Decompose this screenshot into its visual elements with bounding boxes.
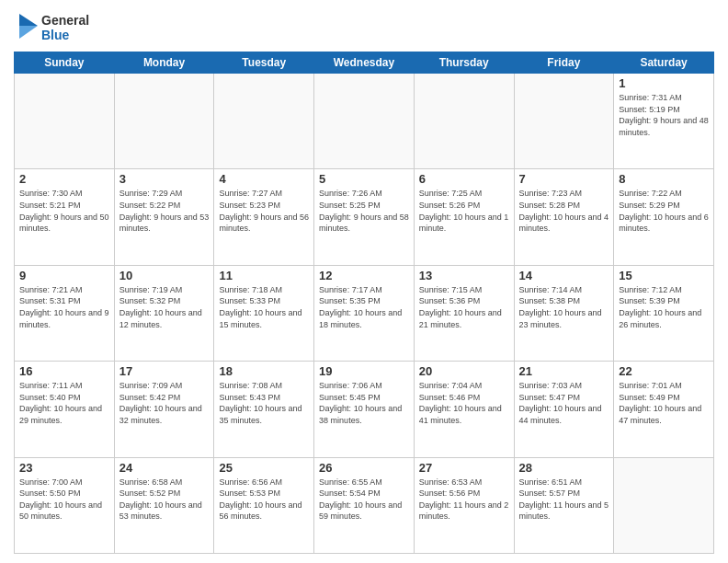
header: GeneralBlue bbox=[14, 9, 714, 46]
calendar-table: SundayMondayTuesdayWednesdayThursdayFrid… bbox=[14, 52, 714, 554]
day-info: Sunrise: 7:29 AM Sunset: 5:22 PM Dayligh… bbox=[119, 188, 210, 234]
day-info: Sunrise: 7:11 AM Sunset: 5:40 PM Dayligh… bbox=[19, 380, 109, 426]
day-number: 6 bbox=[419, 172, 509, 186]
calendar-cell: 28Sunrise: 6:51 AM Sunset: 5:57 PM Dayli… bbox=[514, 457, 614, 553]
day-info: Sunrise: 6:55 AM Sunset: 5:54 PM Dayligh… bbox=[319, 477, 409, 523]
calendar-cell: 2Sunrise: 7:30 AM Sunset: 5:21 PM Daylig… bbox=[15, 169, 115, 265]
day-info: Sunrise: 6:58 AM Sunset: 5:52 PM Dayligh… bbox=[119, 477, 210, 523]
calendar-cell bbox=[214, 74, 314, 169]
calendar-cell: 7Sunrise: 7:23 AM Sunset: 5:28 PM Daylig… bbox=[514, 169, 614, 265]
day-info: Sunrise: 7:21 AM Sunset: 5:31 PM Dayligh… bbox=[19, 284, 109, 330]
weekday-header-monday: Monday bbox=[114, 52, 214, 74]
calendar-cell: 26Sunrise: 6:55 AM Sunset: 5:54 PM Dayli… bbox=[314, 457, 415, 553]
weekday-header-saturday: Saturday bbox=[614, 52, 714, 74]
day-number: 20 bbox=[419, 364, 509, 378]
calendar-cell: 18Sunrise: 7:08 AM Sunset: 5:43 PM Dayli… bbox=[214, 362, 314, 457]
day-number: 18 bbox=[219, 364, 309, 378]
week-row-1: 1Sunrise: 7:31 AM Sunset: 5:19 PM Daylig… bbox=[15, 74, 714, 169]
calendar-cell: 12Sunrise: 7:17 AM Sunset: 5:35 PM Dayli… bbox=[314, 265, 415, 361]
calendar-cell: 5Sunrise: 7:26 AM Sunset: 5:25 PM Daylig… bbox=[314, 169, 415, 265]
day-number: 22 bbox=[619, 364, 709, 378]
day-info: Sunrise: 7:03 AM Sunset: 5:47 PM Dayligh… bbox=[519, 380, 609, 426]
day-number: 14 bbox=[519, 269, 609, 282]
calendar-cell bbox=[15, 74, 115, 169]
day-info: Sunrise: 6:53 AM Sunset: 5:56 PM Dayligh… bbox=[419, 477, 509, 523]
day-info: Sunrise: 7:01 AM Sunset: 5:49 PM Dayligh… bbox=[619, 380, 709, 426]
day-info: Sunrise: 7:19 AM Sunset: 5:32 PM Dayligh… bbox=[119, 284, 210, 330]
calendar-cell: 9Sunrise: 7:21 AM Sunset: 5:31 PM Daylig… bbox=[15, 265, 115, 361]
calendar-cell bbox=[414, 74, 514, 169]
weekday-header-row: SundayMondayTuesdayWednesdayThursdayFrid… bbox=[15, 52, 714, 74]
calendar-cell bbox=[514, 74, 614, 169]
calendar-cell: 19Sunrise: 7:06 AM Sunset: 5:45 PM Dayli… bbox=[314, 362, 415, 457]
day-number: 21 bbox=[519, 364, 609, 378]
logo-svg: GeneralBlue bbox=[14, 9, 97, 46]
calendar-cell: 6Sunrise: 7:25 AM Sunset: 5:26 PM Daylig… bbox=[414, 169, 514, 265]
day-number: 19 bbox=[319, 364, 409, 378]
day-info: Sunrise: 7:17 AM Sunset: 5:35 PM Dayligh… bbox=[319, 284, 409, 330]
calendar-cell: 10Sunrise: 7:19 AM Sunset: 5:32 PM Dayli… bbox=[114, 265, 214, 361]
day-number: 1 bbox=[619, 76, 709, 90]
day-info: Sunrise: 7:18 AM Sunset: 5:33 PM Dayligh… bbox=[219, 284, 309, 330]
day-info: Sunrise: 7:14 AM Sunset: 5:38 PM Dayligh… bbox=[519, 284, 609, 330]
calendar-cell: 8Sunrise: 7:22 AM Sunset: 5:29 PM Daylig… bbox=[614, 169, 714, 265]
calendar-cell: 23Sunrise: 7:00 AM Sunset: 5:50 PM Dayli… bbox=[15, 457, 115, 553]
day-number: 12 bbox=[319, 269, 409, 282]
day-number: 7 bbox=[519, 172, 609, 186]
day-number: 5 bbox=[319, 172, 409, 186]
day-info: Sunrise: 7:27 AM Sunset: 5:23 PM Dayligh… bbox=[219, 188, 309, 234]
calendar-cell bbox=[114, 74, 214, 169]
day-number: 23 bbox=[19, 461, 109, 475]
weekday-header-sunday: Sunday bbox=[15, 52, 115, 74]
calendar-cell: 21Sunrise: 7:03 AM Sunset: 5:47 PM Dayli… bbox=[514, 362, 614, 457]
weekday-header-thursday: Thursday bbox=[414, 52, 514, 74]
calendar-cell: 3Sunrise: 7:29 AM Sunset: 5:22 PM Daylig… bbox=[114, 169, 214, 265]
svg-marker-0 bbox=[19, 14, 38, 26]
day-info: Sunrise: 6:51 AM Sunset: 5:57 PM Dayligh… bbox=[519, 477, 609, 523]
day-info: Sunrise: 7:06 AM Sunset: 5:45 PM Dayligh… bbox=[319, 380, 409, 426]
calendar-cell: 24Sunrise: 6:58 AM Sunset: 5:52 PM Dayli… bbox=[114, 457, 214, 553]
day-number: 25 bbox=[219, 461, 309, 475]
day-number: 8 bbox=[619, 172, 709, 186]
day-number: 15 bbox=[619, 269, 709, 282]
calendar-cell: 15Sunrise: 7:12 AM Sunset: 5:39 PM Dayli… bbox=[614, 265, 714, 361]
day-info: Sunrise: 7:15 AM Sunset: 5:36 PM Dayligh… bbox=[419, 284, 509, 330]
day-number: 10 bbox=[119, 269, 210, 282]
week-row-5: 23Sunrise: 7:00 AM Sunset: 5:50 PM Dayli… bbox=[15, 457, 714, 553]
week-row-2: 2Sunrise: 7:30 AM Sunset: 5:21 PM Daylig… bbox=[15, 169, 714, 265]
week-row-3: 9Sunrise: 7:21 AM Sunset: 5:31 PM Daylig… bbox=[15, 265, 714, 361]
svg-text:General: General bbox=[41, 13, 89, 28]
calendar-cell bbox=[314, 74, 415, 169]
day-info: Sunrise: 7:09 AM Sunset: 5:42 PM Dayligh… bbox=[119, 380, 210, 426]
day-number: 4 bbox=[219, 172, 309, 186]
day-info: Sunrise: 7:08 AM Sunset: 5:43 PM Dayligh… bbox=[219, 380, 309, 426]
day-number: 11 bbox=[219, 269, 309, 282]
day-number: 16 bbox=[19, 364, 109, 378]
day-number: 9 bbox=[19, 269, 109, 282]
day-number: 27 bbox=[419, 461, 509, 475]
day-number: 24 bbox=[119, 461, 210, 475]
calendar-cell: 4Sunrise: 7:27 AM Sunset: 5:23 PM Daylig… bbox=[214, 169, 314, 265]
calendar-cell: 16Sunrise: 7:11 AM Sunset: 5:40 PM Dayli… bbox=[15, 362, 115, 457]
calendar-cell: 1Sunrise: 7:31 AM Sunset: 5:19 PM Daylig… bbox=[614, 74, 714, 169]
day-info: Sunrise: 7:30 AM Sunset: 5:21 PM Dayligh… bbox=[19, 188, 109, 234]
calendar-cell: 11Sunrise: 7:18 AM Sunset: 5:33 PM Dayli… bbox=[214, 265, 314, 361]
day-number: 3 bbox=[119, 172, 210, 186]
page: GeneralBlue SundayMondayTuesdayWednesday… bbox=[0, 0, 728, 563]
svg-text:Blue: Blue bbox=[41, 28, 70, 42]
day-info: Sunrise: 6:56 AM Sunset: 5:53 PM Dayligh… bbox=[219, 477, 309, 523]
calendar-cell bbox=[614, 457, 714, 553]
week-row-4: 16Sunrise: 7:11 AM Sunset: 5:40 PM Dayli… bbox=[15, 362, 714, 457]
day-info: Sunrise: 7:22 AM Sunset: 5:29 PM Dayligh… bbox=[619, 188, 709, 234]
day-info: Sunrise: 7:00 AM Sunset: 5:50 PM Dayligh… bbox=[19, 477, 109, 523]
day-info: Sunrise: 7:26 AM Sunset: 5:25 PM Dayligh… bbox=[319, 188, 409, 234]
logo: GeneralBlue bbox=[14, 9, 97, 46]
day-number: 13 bbox=[419, 269, 509, 282]
calendar-cell: 14Sunrise: 7:14 AM Sunset: 5:38 PM Dayli… bbox=[514, 265, 614, 361]
weekday-header-wednesday: Wednesday bbox=[314, 52, 415, 74]
day-info: Sunrise: 7:23 AM Sunset: 5:28 PM Dayligh… bbox=[519, 188, 609, 234]
day-info: Sunrise: 7:25 AM Sunset: 5:26 PM Dayligh… bbox=[419, 188, 509, 234]
calendar-cell: 20Sunrise: 7:04 AM Sunset: 5:46 PM Dayli… bbox=[414, 362, 514, 457]
day-number: 28 bbox=[519, 461, 609, 475]
weekday-header-friday: Friday bbox=[514, 52, 614, 74]
